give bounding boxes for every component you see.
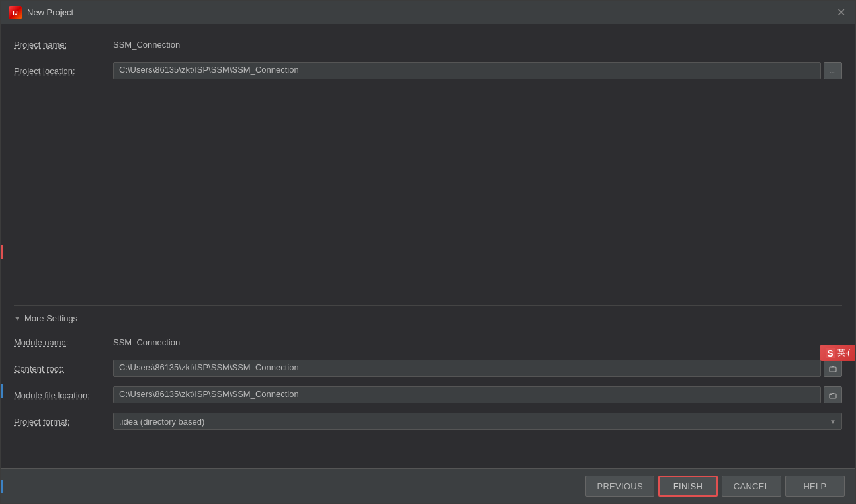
form-area: Project name: SSM_Connection Project loc… — [1, 24, 855, 468]
left-marker-red — [1, 245, 3, 259]
module-file-location-label: Module file location: — [14, 390, 113, 400]
close-button[interactable]: ✕ — [834, 6, 847, 19]
project-location-input[interactable]: C:\Users\86135\zkt\ISP\SSM\SSM_Connectio… — [113, 62, 821, 79]
empty-space — [14, 88, 842, 300]
more-settings-section: ▼ More Settings Module name: SSM_Connect… — [14, 305, 842, 431]
title-bar-left: IJ New Project — [9, 6, 73, 19]
title-bar: IJ New Project ✕ — [1, 1, 855, 24]
app-icon: IJ — [9, 6, 22, 19]
finish-button[interactable]: FINISH — [658, 476, 718, 497]
project-location-input-group: C:\Users\86135\zkt\ISP\SSM\SSM_Connectio… — [113, 62, 842, 79]
floating-badge: S 英·( — [820, 345, 855, 361]
module-name-row: Module name: SSM_Connection — [14, 333, 842, 351]
button-bar: PREVIOUS FINISH CANCEL HELP — [1, 468, 855, 503]
project-format-dropdown[interactable]: .idea (directory based) ▼ — [113, 413, 842, 430]
project-name-label: Project name: — [14, 40, 113, 50]
browse-button[interactable]: ... — [824, 62, 842, 79]
content-root-label: Content root: — [14, 364, 113, 374]
module-file-location-input-group: C:\Users\86135\zkt\ISP\SSM\SSM_Connectio… — [113, 386, 842, 403]
project-location-row: Project location: C:\Users\86135\zkt\ISP… — [14, 62, 842, 80]
project-name-value: SSM_Connection — [113, 38, 842, 52]
module-name-value: SSM_Connection — [113, 335, 842, 349]
help-button[interactable]: HELP — [785, 476, 845, 497]
more-settings-toggle[interactable]: ▼ More Settings — [14, 311, 842, 326]
content-root-input[interactable]: C:\Users\86135\zkt\ISP\SSM\SSM_Connectio… — [113, 360, 821, 377]
toggle-arrow-icon: ▼ — [14, 315, 21, 322]
project-location-label: Project location: — [14, 66, 113, 76]
project-format-row: Project format: .idea (directory based) … — [14, 412, 842, 431]
badge-text-label: 英·( — [837, 347, 850, 358]
settings-rows: Module name: SSM_Connection Content root… — [14, 333, 842, 431]
left-marker-blue2 — [1, 480, 3, 493]
previous-button[interactable]: PREVIOUS — [585, 476, 654, 497]
project-name-row: Project name: SSM_Connection — [14, 35, 842, 54]
dialog-title: New Project — [27, 7, 73, 17]
module-file-location-browse-button[interactable] — [824, 386, 842, 403]
module-name-label: Module name: — [14, 337, 113, 347]
left-marker-blue — [1, 384, 3, 398]
badge-s-label: S — [826, 348, 834, 358]
content-root-row: Content root: C:\Users\86135\zkt\ISP\SSM… — [14, 359, 842, 378]
module-file-location-row: Module file location: C:\Users\86135\zkt… — [14, 386, 842, 404]
project-format-value: .idea (directory based) — [119, 417, 204, 427]
content-root-browse-button[interactable] — [824, 360, 842, 377]
project-format-label: Project format: — [14, 417, 113, 427]
module-file-location-input[interactable]: C:\Users\86135\zkt\ISP\SSM\SSM_Connectio… — [113, 386, 821, 403]
dropdown-arrow-icon: ▼ — [830, 418, 836, 425]
content-root-input-group: C:\Users\86135\zkt\ISP\SSM\SSM_Connectio… — [113, 360, 842, 377]
new-project-dialog: IJ New Project ✕ Project name: SSM_Conne… — [0, 0, 856, 504]
more-settings-label: More Settings — [24, 314, 77, 323]
cancel-button[interactable]: CANCEL — [722, 476, 781, 497]
